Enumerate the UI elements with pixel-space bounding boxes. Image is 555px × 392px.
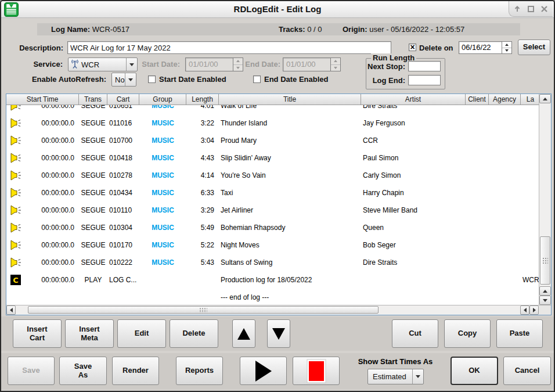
- horizontal-scroll-thumb[interactable]: [28, 306, 379, 314]
- scroll-left-icon[interactable]: [520, 305, 529, 315]
- delete-date-field[interactable]: 06/16/22: [459, 41, 512, 54]
- play-button[interactable]: [240, 357, 287, 385]
- spin-down-icon[interactable]: [233, 64, 243, 71]
- event-icon-cell: [6, 105, 25, 111]
- event-icon-cell: [6, 170, 25, 181]
- title-bar: RDLogEdit - Edit Log: [1, 1, 554, 18]
- vertical-scrollbar[interactable]: [539, 94, 551, 305]
- ok-button[interactable]: OK: [451, 357, 498, 385]
- end-of-log-row: --- end of log ---: [6, 289, 539, 306]
- insert-meta-button[interactable]: Insert Meta: [65, 319, 114, 348]
- column-header-la[interactable]: La: [521, 94, 540, 105]
- log-row[interactable]: 00:00:00.0SEGUE010222MUSIC5:43Sultans of…: [6, 254, 539, 271]
- cancel-button[interactable]: Cancel: [503, 357, 551, 385]
- column-header-length[interactable]: Length: [186, 94, 219, 105]
- cell-cart: 010651: [107, 105, 139, 110]
- spin-down-icon[interactable]: [502, 48, 511, 54]
- arrow-up-icon: [237, 328, 251, 340]
- column-header-group[interactable]: Group: [139, 94, 186, 105]
- log-row[interactable]: C00:00:00.0PLAYLOG C...Production log fo…: [6, 271, 539, 289]
- spin-up-icon[interactable]: [502, 42, 511, 48]
- vertical-scroll-thumb[interactable]: [540, 236, 550, 285]
- log-row[interactable]: 00:00:00.0SEGUE010110MUSIC3:29Jet Airlin…: [6, 202, 539, 219]
- start-date-spinner: [233, 58, 243, 71]
- column-header-start-time[interactable]: Start Time: [6, 94, 79, 105]
- reports-button[interactable]: Reports: [176, 357, 223, 385]
- scrollbar-corner: [539, 305, 551, 315]
- scroll-up-icon[interactable]: [539, 94, 551, 103]
- save-button[interactable]: Save: [8, 357, 55, 385]
- cell-cart: 010170: [107, 241, 139, 249]
- log-row[interactable]: 00:00:00.0SEGUE010304MUSIC5:49Bohemian R…: [6, 219, 539, 236]
- horizontal-scroll-track[interactable]: [16, 305, 520, 315]
- move-up-button[interactable]: [232, 319, 255, 348]
- cell-time: 00:00:00.0: [25, 154, 79, 162]
- minimize-icon[interactable]: [512, 3, 522, 14]
- delete-date-value: 06/16/22: [459, 42, 502, 53]
- column-header-trans[interactable]: Trans: [79, 94, 107, 105]
- column-header-agency[interactable]: Agency: [489, 94, 521, 105]
- cell-length: 3:22: [186, 119, 219, 127]
- run-length-group: Run Length Next Stop: Log End:: [366, 58, 445, 89]
- cell-artist: Dire Straits: [361, 258, 466, 267]
- scroll-down-icon[interactable]: [539, 296, 551, 305]
- close-icon[interactable]: [539, 3, 550, 14]
- edit-button[interactable]: Edit: [117, 319, 166, 348]
- render-button[interactable]: Render: [112, 357, 159, 385]
- delete-button[interactable]: Delete: [170, 319, 218, 348]
- cell-time: 00:00:00.0: [25, 119, 79, 127]
- log-row[interactable]: 00:00:00.0SEGUE010170MUSIC5:22Night Move…: [6, 236, 539, 254]
- delete-on-checkbox[interactable]: ×: [409, 44, 416, 51]
- horizontal-scrollbar[interactable]: [6, 305, 551, 315]
- log-row[interactable]: 00:00:00.0SEGUE010418MUSIC4:43Slip Slidi…: [6, 149, 539, 167]
- start-date-enabled-checkbox[interactable]: [148, 75, 156, 83]
- end-date-enabled-checkbox[interactable]: [253, 75, 261, 83]
- spin-up-icon[interactable]: [331, 58, 340, 64]
- log-row[interactable]: 00:00:00.0SEGUE010700MUSIC3:04Proud Mary…: [6, 132, 539, 149]
- cell-group: MUSIC: [139, 258, 186, 267]
- show-start-times-combo[interactable]: Estimated: [367, 369, 424, 384]
- event-icon-cell: [6, 240, 25, 250]
- vertical-scroll-track[interactable]: [539, 103, 551, 286]
- column-header-title[interactable]: Title: [219, 94, 361, 105]
- maximize-icon[interactable]: [526, 3, 536, 14]
- scroll-right-icon[interactable]: [529, 305, 539, 315]
- column-header-artist[interactable]: Artist: [361, 94, 466, 105]
- move-down-button[interactable]: [267, 319, 290, 348]
- spin-down-icon[interactable]: [331, 64, 340, 71]
- cell-title: Proud Mary: [219, 136, 361, 145]
- chain-icon: C: [10, 275, 21, 285]
- service-combo[interactable]: WCR: [68, 57, 138, 71]
- save-as-button[interactable]: Save As: [59, 357, 107, 385]
- column-header-cart[interactable]: Cart: [107, 94, 139, 105]
- speaker-icon: [10, 153, 22, 163]
- insert-cart-button[interactable]: Insert Cart: [13, 319, 62, 348]
- cell-trans: SEGUE: [79, 224, 107, 232]
- log-row[interactable]: 00:00:00.0SEGUE010434MUSIC6:33TaxiHarry …: [6, 184, 539, 202]
- column-header-client[interactable]: Client: [466, 94, 489, 105]
- stop-icon: [307, 359, 326, 383]
- spin-up-icon[interactable]: [233, 58, 243, 64]
- cell-group: MUSIC: [139, 189, 186, 197]
- autorefresh-combo[interactable]: No: [111, 73, 136, 87]
- description-label: Description:: [19, 44, 63, 52]
- scroll-up-icon[interactable]: [539, 286, 551, 296]
- cell-length: 4:01: [186, 105, 219, 110]
- cell-group: MUSIC: [139, 241, 186, 249]
- log-row[interactable]: 00:00:00.0SEGUE010651MUSIC4:01Walk of Li…: [6, 105, 539, 114]
- select-button[interactable]: Select: [518, 39, 550, 55]
- chevron-down-icon: [126, 58, 137, 71]
- stop-button[interactable]: [293, 357, 340, 385]
- description-input[interactable]: [67, 41, 391, 54]
- paste-button[interactable]: Paste: [496, 319, 543, 348]
- log-row[interactable]: 00:00:00.0SEGUE011016MUSIC3:22Thunder Is…: [6, 114, 539, 132]
- cell-group: MUSIC: [139, 206, 186, 214]
- scroll-left-icon[interactable]: [6, 305, 16, 315]
- copy-button[interactable]: Copy: [444, 319, 491, 348]
- cell-trans: SEGUE: [79, 241, 107, 249]
- cell-title: Taxi: [219, 189, 361, 197]
- cut-button[interactable]: Cut: [392, 319, 438, 348]
- cell-length: 5:22: [186, 241, 219, 249]
- event-icon-cell: [6, 222, 25, 233]
- log-row[interactable]: 00:00:00.0SEGUE010278MUSIC4:14You're So …: [6, 167, 539, 184]
